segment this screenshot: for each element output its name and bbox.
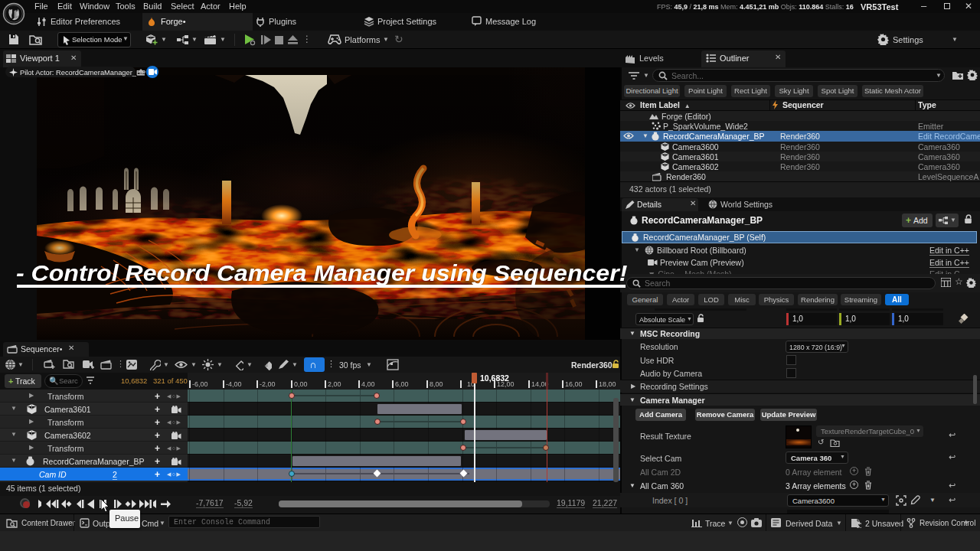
svg-text:⚿: ⚿ [264,363,268,367]
